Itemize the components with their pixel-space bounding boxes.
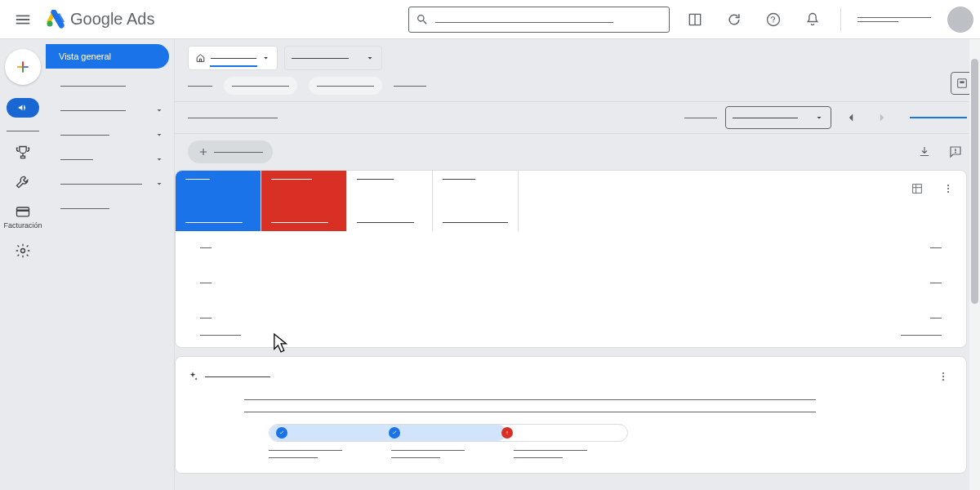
scope-bar (175, 39, 980, 77)
recommendations-card (175, 356, 967, 474)
campaign-scope-dropdown[interactable] (284, 46, 382, 70)
help-icon[interactable] (762, 8, 785, 31)
progress-stepper (269, 424, 628, 442)
separator (840, 8, 841, 31)
scrollbar[interactable] (969, 39, 980, 490)
more-vert-icon[interactable] (937, 177, 960, 200)
filter-chip-2[interactable] (309, 77, 382, 95)
svg-point-9 (21, 249, 25, 253)
score-tab-3[interactable] (347, 171, 433, 231)
scorecard (175, 170, 967, 348)
score-tab-4[interactable] (433, 171, 519, 231)
date-prev-button[interactable] (840, 106, 862, 129)
step-2-done (389, 427, 400, 439)
chart-area (176, 231, 966, 335)
svg-rect-3 (24, 66, 28, 68)
plus-icon (198, 146, 209, 158)
product-name: Google Ads (70, 10, 154, 29)
left-rail: Facturación (0, 39, 46, 490)
sidebar-item-2[interactable] (46, 98, 174, 122)
svg-rect-7 (17, 207, 29, 216)
header-bar: Google Ads (0, 0, 980, 39)
product-logo[interactable]: Google Ads (46, 10, 154, 29)
search-input[interactable] (408, 7, 670, 33)
scrollbar-thumb[interactable] (971, 59, 978, 304)
header-actions (684, 7, 973, 33)
sparkle-icon (187, 371, 198, 382)
home-icon (195, 52, 206, 64)
filter-label (188, 86, 212, 87)
rail-separator (7, 131, 39, 131)
billing-label: Facturación (3, 221, 42, 229)
score-tabs (176, 171, 966, 231)
sidebar-item-5[interactable] (46, 172, 174, 196)
step-3-error (501, 427, 513, 439)
date-range-picker[interactable] (725, 106, 831, 129)
billing-nav[interactable]: Facturación (3, 203, 42, 229)
feedback-icon[interactable] (944, 140, 967, 163)
avatar[interactable] (947, 7, 973, 33)
main-content (175, 39, 980, 490)
svg-rect-5 (18, 66, 22, 68)
download-icon[interactable] (913, 140, 936, 163)
campaigns-nav[interactable] (7, 98, 39, 118)
svg-rect-13 (955, 152, 956, 154)
filter-more[interactable] (394, 86, 426, 87)
date-next-button (871, 106, 893, 129)
svg-point-18 (942, 372, 944, 374)
svg-rect-8 (17, 210, 29, 212)
page-title (188, 118, 278, 118)
svg-rect-14 (913, 185, 922, 194)
goals-nav[interactable] (15, 145, 31, 161)
data-table-icon[interactable] (684, 8, 706, 31)
svg-point-19 (942, 376, 944, 377)
new-campaign-button[interactable] (188, 140, 273, 163)
svg-point-16 (947, 188, 949, 189)
svg-rect-4 (22, 68, 24, 73)
step-1-done (276, 427, 287, 439)
active-range-indicator (910, 117, 967, 118)
sidebar-item-1[interactable] (46, 74, 174, 98)
tools-nav[interactable] (15, 174, 31, 190)
chart-xaxis (176, 335, 966, 347)
svg-rect-12 (955, 149, 956, 151)
controls-bar (175, 101, 980, 134)
account-switcher[interactable] (858, 17, 931, 22)
svg-rect-11 (960, 81, 964, 83)
score-tab-2[interactable] (261, 171, 347, 231)
svg-point-17 (947, 191, 949, 193)
settings-nav[interactable] (15, 243, 31, 259)
action-bar (175, 134, 980, 170)
filter-chip-1[interactable] (224, 77, 297, 95)
sidebar-item-4[interactable] (46, 147, 174, 172)
svg-rect-2 (22, 62, 24, 67)
table-mode-icon[interactable] (906, 177, 929, 200)
svg-point-15 (947, 185, 949, 186)
menu-icon[interactable] (7, 3, 39, 36)
sidebar-item-6[interactable] (46, 196, 174, 220)
filter-chips-row (175, 77, 980, 101)
sidebar-item-overview[interactable]: Vista general (46, 44, 169, 69)
svg-point-0 (47, 20, 53, 26)
create-button[interactable] (5, 49, 41, 85)
sidebar-active-label: Vista general (59, 51, 111, 61)
score-tab-1[interactable] (176, 171, 261, 231)
refresh-icon[interactable] (723, 8, 746, 31)
sidebar-item-3[interactable] (46, 122, 174, 147)
svg-point-20 (942, 379, 944, 381)
svg-rect-22 (507, 434, 508, 434)
notifications-icon[interactable] (801, 8, 824, 31)
date-label (684, 118, 717, 118)
account-scope-dropdown[interactable] (188, 46, 278, 70)
svg-rect-21 (507, 431, 508, 434)
rec-more-icon[interactable] (932, 365, 955, 388)
sidebar: Vista general (46, 39, 175, 490)
rec-columns (269, 450, 898, 465)
svg-rect-6 (22, 66, 24, 68)
